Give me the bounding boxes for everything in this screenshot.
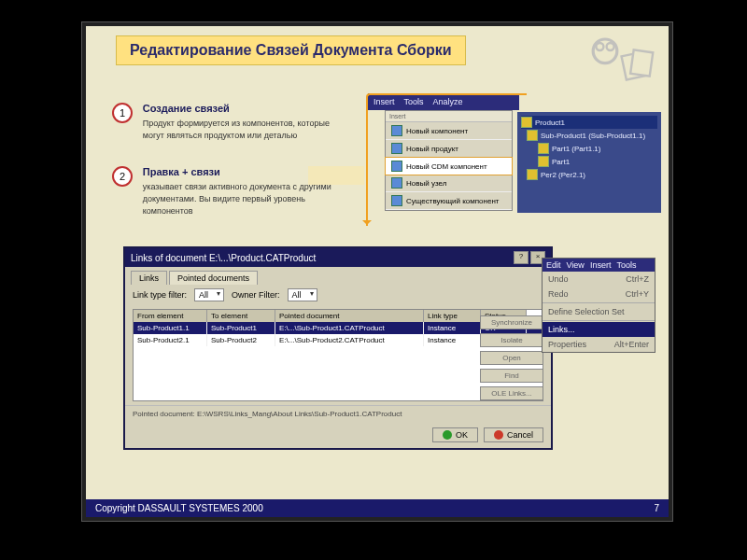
product-icon: [527, 130, 538, 141]
edit-menu-popup: Edit View Insert Tools UndoCtrl+Z RedoCt…: [542, 258, 655, 353]
menu-item-properties[interactable]: PropertiesAlt+Enter: [543, 337, 655, 352]
insert-menu-popup: Insert Новый компонент Новый продукт Нов…: [385, 110, 513, 211]
node-icon: [391, 177, 402, 189]
part-icon: [538, 156, 549, 167]
copyright-text: Copyright DASSAULT SYSTEMES 2000: [95, 503, 263, 513]
menu-accel: Ctrl+Z: [626, 274, 649, 284]
isolate-button[interactable]: Isolate: [480, 333, 543, 347]
tab-pointed-documents[interactable]: Pointed documents: [169, 271, 258, 285]
cell: Sub-Product2: [207, 334, 275, 346]
tree-label: Part1: [552, 158, 570, 166]
cdm-icon: [391, 161, 402, 172]
cancel-icon: [494, 430, 503, 440]
column-header[interactable]: To element: [207, 310, 275, 322]
menubar-item[interactable]: Edit: [546, 260, 561, 270]
menu-item-existing[interactable]: Существующий компонент: [386, 192, 512, 210]
filter-label: Link type filter:: [133, 290, 187, 300]
step-1: 1 Создание связей Продукт формируется из…: [112, 103, 348, 142]
existing-icon: [391, 195, 402, 206]
step-text: указывает связи активного документа с др…: [143, 181, 348, 217]
ok-icon: [443, 430, 452, 440]
menubar-item[interactable]: Tools: [404, 97, 424, 106]
footer-bar: Copyright DASSAULT SYSTEMES 2000 7: [86, 499, 669, 517]
filter-label: Owner Filter:: [232, 290, 280, 300]
menu-item-links[interactable]: Links...: [543, 322, 655, 337]
menu-accel: Alt+Enter: [614, 340, 649, 349]
tree-node[interactable]: Part1 (Part1.1): [538, 142, 657, 155]
menu-item-new-cdm[interactable]: Новый CDM компонент: [385, 157, 513, 175]
cell: Instance: [424, 322, 481, 334]
app-menubar: Insert Tools Analyze: [368, 93, 519, 110]
tree-label: Per2 (Per2.1): [541, 171, 585, 179]
svg-point-2: [607, 43, 614, 50]
menu-item-selection-set[interactable]: Define Selection Set: [543, 304, 655, 319]
tab-links[interactable]: Links: [131, 271, 167, 285]
step-2: 2 Правка + связи указывает связи активно…: [112, 166, 348, 217]
menu-item-label: Новый продукт: [406, 145, 458, 153]
step-number: 2: [112, 166, 133, 187]
menu-item-label: Новый компонент: [406, 127, 468, 135]
menu-item-new-component[interactable]: Новый компонент: [386, 122, 512, 140]
menubar-item[interactable]: Tools: [616, 260, 636, 270]
tree-node[interactable]: Part1: [538, 155, 657, 168]
product-icon: [391, 143, 402, 154]
product-icon: [521, 117, 532, 128]
menu-section: Insert: [386, 111, 512, 122]
synchronize-button[interactable]: Synchronize: [480, 315, 543, 329]
menu-item-label: Links...: [548, 325, 575, 334]
menu-item-label: Properties: [548, 340, 586, 349]
cell: Instance: [424, 334, 481, 346]
component-icon: [391, 125, 402, 136]
link-type-filter[interactable]: All: [194, 288, 224, 301]
cancel-button[interactable]: Cancel: [484, 427, 543, 442]
help-button[interactable]: ?: [514, 251, 529, 264]
button-label: OK: [456, 430, 468, 440]
ok-button[interactable]: OK: [432, 427, 478, 442]
svg-point-1: [596, 43, 603, 50]
tree-label: Product1: [535, 119, 565, 127]
step-text: Продукт формируется из компонентов, кото…: [143, 118, 348, 142]
svg-rect-4: [630, 49, 653, 76]
page-number: 7: [654, 503, 659, 513]
column-header[interactable]: Pointed document: [275, 310, 424, 322]
tree-label: Part1 (Part1.1): [552, 145, 600, 153]
decorative-icons: [583, 32, 657, 84]
dialog-status: Pointed document: E:\WSRS\Links_Mang\Abo…: [125, 405, 551, 422]
menu-accel: Ctrl+Y: [626, 289, 649, 299]
menu-item-label: Новый узел: [406, 179, 446, 188]
menu-item-label: Существующий компонент: [406, 197, 499, 205]
dialog-titlebar: Links of document E:\...\Product.CATProd…: [125, 248, 551, 267]
page-title: Редактирование Связей Документа Сборки: [116, 35, 466, 65]
button-label: Cancel: [507, 430, 533, 440]
menu-item-undo[interactable]: UndoCtrl+Z: [543, 272, 655, 287]
dialog-title: Links of document E:\...\Product.CATProd…: [131, 253, 316, 263]
product-icon: [527, 169, 538, 180]
ole-links-button[interactable]: OLE Links...: [480, 386, 543, 400]
tree-node[interactable]: Per2 (Per2.1): [527, 168, 657, 181]
assembly-tree[interactable]: Product1 Sub-Product1 (Sub-Product1.1) P…: [517, 112, 661, 213]
menubar-item[interactable]: Analyze: [433, 97, 463, 106]
cell: E:\...\Sub-Product2.CATProduct: [275, 334, 424, 346]
menu-item-label: Define Selection Set: [548, 307, 625, 316]
owner-filter[interactable]: All: [288, 288, 317, 301]
column-header[interactable]: From element: [134, 310, 207, 322]
tree-node-root[interactable]: Product1: [521, 116, 657, 129]
part-icon: [538, 143, 549, 154]
find-button[interactable]: Find: [480, 369, 543, 383]
cell: Sub-Product1.1: [134, 322, 207, 334]
column-header[interactable]: Link type: [424, 310, 481, 322]
step-heading: Создание связей: [143, 103, 348, 114]
step-heading: Правка + связи: [143, 166, 348, 177]
menubar-item[interactable]: Insert: [590, 260, 612, 270]
menu-item-redo[interactable]: RedoCtrl+Y: [543, 287, 655, 301]
menubar-item[interactable]: Insert: [374, 97, 395, 106]
menu-item-label: Redo: [548, 289, 569, 299]
tree-node[interactable]: Sub-Product1 (Sub-Product1.1): [527, 129, 657, 142]
menubar-item[interactable]: View: [567, 260, 585, 270]
menu-item-new-node[interactable]: Новый узел: [386, 175, 512, 192]
tree-label: Sub-Product1 (Sub-Product1.1): [541, 132, 645, 140]
open-button[interactable]: Open: [480, 351, 543, 365]
cell: Sub-Product1: [207, 322, 275, 334]
menu-item-new-product[interactable]: Новый продукт: [386, 140, 512, 158]
slide: Редактирование Связей Документа Сборки 1…: [82, 22, 672, 521]
